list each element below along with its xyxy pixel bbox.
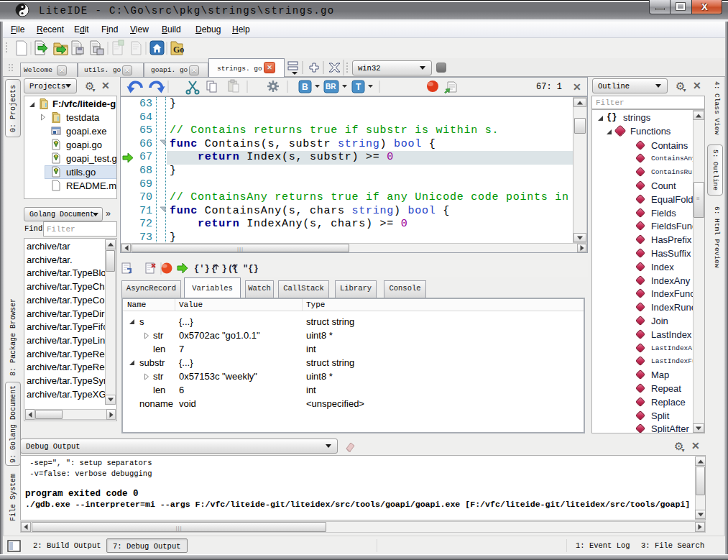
svg-text:T: T [356, 82, 361, 92]
svg-text:{ }: { } [211, 264, 227, 274]
svg-text:BR: BR [326, 83, 336, 91]
svg-text:B: B [302, 82, 308, 92]
svg-text:{'}: {'} [194, 264, 210, 274]
svg-text:"{}: "{} [243, 264, 259, 274]
svg-text:Go: Go [173, 45, 184, 55]
